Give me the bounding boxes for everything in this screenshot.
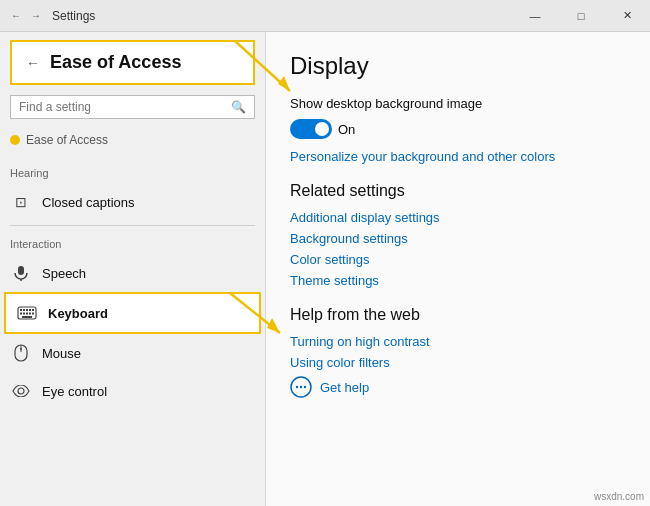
closed-captions-label: Closed captions (42, 195, 135, 210)
keyboard-icon (16, 302, 38, 324)
svg-point-17 (18, 388, 24, 394)
forward-button[interactable]: → (28, 8, 44, 24)
content-area: Display Show desktop background image On… (265, 32, 650, 506)
svg-rect-13 (22, 316, 32, 318)
mouse-label: Mouse (42, 346, 81, 361)
help-link-0[interactable]: Turning on high contrast (290, 334, 626, 349)
maximize-button[interactable]: □ (558, 0, 604, 32)
breadcrumb-text: Ease of Access (26, 133, 108, 147)
svg-rect-10 (26, 313, 28, 315)
svg-rect-0 (18, 266, 24, 275)
closed-captions-icon: ⊡ (10, 191, 32, 213)
minimize-button[interactable]: — (512, 0, 558, 32)
titlebar-left: ← → Settings (8, 8, 95, 24)
svg-rect-9 (23, 313, 25, 315)
search-box[interactable]: 🔍 (10, 95, 255, 119)
related-settings-heading: Related settings (290, 182, 626, 200)
bg-image-row: Show desktop background image (290, 96, 626, 111)
svg-point-19 (296, 386, 298, 388)
sidebar-item-speech[interactable]: Speech (0, 254, 265, 292)
bg-image-label: Show desktop background image (290, 96, 482, 111)
keyboard-label: Keyboard (48, 306, 108, 321)
related-link-3[interactable]: Theme settings (290, 273, 626, 288)
sidebar-item-mouse[interactable]: Mouse (0, 334, 265, 372)
get-help-row: Get help (290, 376, 626, 398)
svg-rect-8 (20, 313, 22, 315)
svg-rect-5 (26, 309, 28, 311)
help-link-1[interactable]: Using color filters (290, 355, 626, 370)
section-label-interaction: Interaction (0, 230, 265, 254)
mouse-icon (10, 342, 32, 364)
eye-control-label: Eye control (42, 384, 107, 399)
titlebar: ← → Settings — □ ✕ (0, 0, 650, 32)
sidebar-item-eye-control[interactable]: Eye control (0, 372, 265, 410)
close-button[interactable]: ✕ (604, 0, 650, 32)
sidebar-back-icon[interactable]: ← (26, 55, 40, 71)
svg-point-16 (20, 348, 22, 350)
personalize-link[interactable]: Personalize your background and other co… (290, 149, 626, 164)
related-link-0[interactable]: Additional display settings (290, 210, 626, 225)
help-web-heading: Help from the web (290, 306, 626, 324)
get-help-link[interactable]: Get help (320, 380, 369, 395)
watermark: wsxdn.com (594, 491, 644, 502)
bg-image-toggle[interactable] (290, 119, 332, 139)
related-link-1[interactable]: Background settings (290, 231, 626, 246)
main-container: ← Ease of Access 🔍 Ease of Access Hearin… (0, 32, 650, 506)
ease-of-access-header-box[interactable]: ← Ease of Access (10, 40, 255, 85)
section-label-hearing: Hearing (0, 159, 265, 183)
sidebar-item-closed-captions[interactable]: ⊡ Closed captions (0, 183, 265, 221)
svg-rect-11 (29, 313, 31, 315)
toggle-label: On (338, 122, 355, 137)
speech-label: Speech (42, 266, 86, 281)
svg-rect-7 (32, 309, 34, 311)
window-title: Settings (52, 9, 95, 23)
toggle-row: On (290, 119, 626, 139)
svg-point-20 (300, 386, 302, 388)
sidebar-item-keyboard[interactable]: Keyboard (4, 292, 261, 334)
speech-icon (10, 262, 32, 284)
sidebar: ← Ease of Access 🔍 Ease of Access Hearin… (0, 32, 265, 506)
svg-rect-3 (20, 309, 22, 311)
window-controls: — □ ✕ (512, 0, 650, 32)
search-icon: 🔍 (231, 100, 246, 114)
svg-rect-6 (29, 309, 31, 311)
chat-icon (290, 376, 312, 398)
back-button[interactable]: ← (8, 8, 24, 24)
breadcrumb-row: Ease of Access (0, 129, 265, 159)
content-title: Display (290, 52, 626, 80)
divider-hearing (10, 225, 255, 226)
related-link-2[interactable]: Color settings (290, 252, 626, 267)
titlebar-nav: ← → (8, 8, 44, 24)
svg-point-21 (304, 386, 306, 388)
svg-rect-4 (23, 309, 25, 311)
svg-rect-12 (32, 313, 34, 315)
ease-of-access-title: Ease of Access (50, 52, 181, 73)
eye-control-icon (10, 380, 32, 402)
breadcrumb-dot (10, 135, 20, 145)
toggle-knob (315, 122, 329, 136)
search-input[interactable] (19, 100, 231, 114)
